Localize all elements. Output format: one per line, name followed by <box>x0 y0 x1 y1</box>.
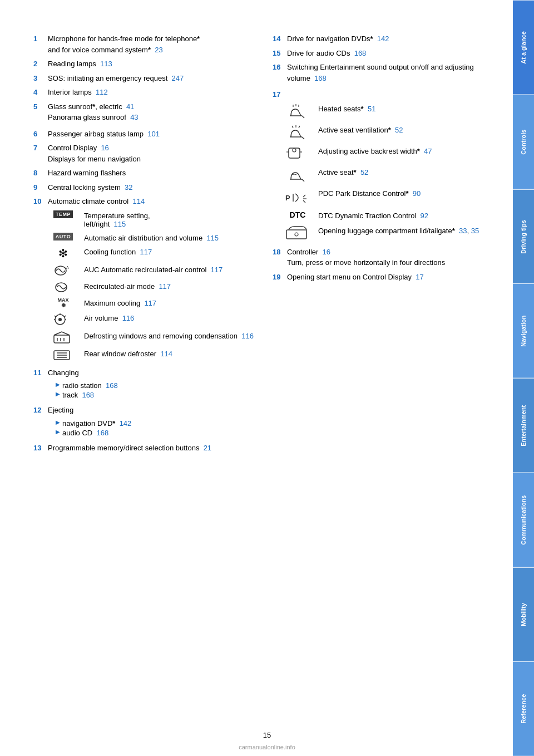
watermark: carmanualonline.info <box>0 744 534 750</box>
link-temp[interactable]: 115 <box>113 220 126 228</box>
svg-rect-10 <box>54 335 70 343</box>
entry-text-12: Ejecting <box>48 405 256 416</box>
entry-text-11: Changing <box>48 367 256 379</box>
icon-pdc: P PDC Park Distance Control* 90 <box>273 188 495 205</box>
recirc-desc: Recirculated-air mode 117 <box>84 281 256 291</box>
link-13[interactable]: 21 <box>204 444 211 452</box>
entry-4: 4 Interior lamps 112 <box>33 87 256 98</box>
link-3[interactable]: 247 <box>172 74 184 82</box>
entry-num-12: 12 <box>33 405 44 416</box>
svg-point-4 <box>58 318 62 321</box>
link-15[interactable]: 168 <box>354 49 367 57</box>
bullet-track-text: track 168 <box>62 391 94 399</box>
defrost-front-icon <box>48 331 78 344</box>
defrost-front-desc: Defrosting windows and removing condensa… <box>84 331 256 340</box>
sidebar-tab-entertainment[interactable]: Entertainment <box>513 378 534 473</box>
entry-text-16: Switching Entertainment sound output on/… <box>287 62 495 84</box>
recirc-icon <box>48 281 78 293</box>
link-navdvd[interactable]: 142 <box>120 419 132 428</box>
link-4[interactable]: 112 <box>96 88 108 96</box>
link-heated-seat[interactable]: 51 <box>368 105 375 113</box>
link-audiocd[interactable]: 168 <box>96 429 108 437</box>
link-6[interactable]: 101 <box>147 130 160 138</box>
triangle-icon-dvd: ▶ <box>56 419 60 425</box>
link-5[interactable]: 41 <box>126 102 134 111</box>
bullet-radio-text: radio station 168 <box>62 381 118 390</box>
link-radio[interactable]: 168 <box>106 381 118 390</box>
bullet-audio-cd: ▶ audio CD 168 <box>33 429 256 437</box>
link-1[interactable]: 23 <box>155 46 162 54</box>
entry-num-18: 18 <box>273 247 284 268</box>
triangle-icon-cd: ▶ <box>56 429 60 435</box>
svg-line-21 <box>292 126 293 128</box>
link-5b[interactable]: 43 <box>130 113 138 121</box>
entry-1: 1 Microphone for hands-free mode for tel… <box>33 33 256 55</box>
link-trunk-2[interactable]: 35 <box>471 227 479 235</box>
link-dtc[interactable]: 92 <box>421 212 428 220</box>
trunk-desc: Opening luggage compartment lid/tailgate… <box>318 225 495 235</box>
sidebar-tab-at-a-glance[interactable]: At a glance <box>513 0 534 95</box>
link-19[interactable]: 17 <box>416 273 423 281</box>
icon-backrest: Adjusting active backrest width* 47 <box>273 146 495 161</box>
icon-defrost-front: Defrosting windows and removing condensa… <box>33 331 256 344</box>
sidebar-tab-controls[interactable]: Controls <box>513 95 534 189</box>
entry-text-9: Central locking system 32 <box>48 182 256 193</box>
auc-svg: A <box>53 264 74 277</box>
link-14[interactable]: 142 <box>377 35 389 43</box>
link-cooling[interactable]: 117 <box>140 248 152 256</box>
seat-vent-icon <box>284 125 312 140</box>
entry-17-header: 17 <box>273 89 495 100</box>
sidebar-tab-reference[interactable]: Reference <box>513 661 534 756</box>
svg-line-30 <box>303 195 305 197</box>
link-10[interactable]: 114 <box>132 197 145 205</box>
entry-8: 8 Hazard warning flashers <box>33 168 256 179</box>
sidebar-tab-driving-tips[interactable]: Driving tips <box>513 189 534 284</box>
link-7[interactable]: 16 <box>101 144 108 152</box>
airvolume-icon <box>48 313 78 326</box>
link-defrost-front[interactable]: 116 <box>241 332 254 340</box>
svg-line-23 <box>299 126 300 128</box>
pdc-desc: PDC Park Distance Control* 90 <box>318 188 495 198</box>
link-9[interactable]: 32 <box>125 183 132 192</box>
link-auto[interactable]: 115 <box>206 234 219 242</box>
link-max[interactable]: 117 <box>144 299 156 307</box>
icon-defrost-rear: Rear window defroster 114 <box>33 348 256 362</box>
pdc-svg: P <box>285 188 310 205</box>
sidebar-tab-mobility[interactable]: Mobility <box>513 567 534 662</box>
icon-recirc: Recirculated-air mode 117 <box>33 281 256 293</box>
link-18[interactable]: 16 <box>323 248 330 256</box>
sidebar-tab-communications[interactable]: Communications <box>513 473 534 567</box>
seat-vent-svg <box>286 125 309 140</box>
entry-text-17 <box>287 89 495 100</box>
entry-text-19: Opening start menu on Control Display 17 <box>287 272 495 283</box>
link-recirc[interactable]: 117 <box>159 282 171 291</box>
entry-num-1: 1 <box>33 33 44 55</box>
defrost-rear-icon <box>48 348 78 362</box>
link-16[interactable]: 168 <box>314 74 327 82</box>
entry-11: 11 Changing <box>33 367 256 379</box>
link-track[interactable]: 168 <box>82 391 94 399</box>
link-active-seat[interactable]: 52 <box>360 168 368 176</box>
link-backrest[interactable]: 47 <box>424 147 432 155</box>
temp-desc: Temperature setting,left/right 115 <box>84 210 256 228</box>
defrost-front-svg <box>53 331 74 344</box>
active-seat-desc: Active seat* 52 <box>318 167 495 176</box>
auto-desc: Automatic air distribution and volume 11… <box>84 233 256 242</box>
main-content: 1 Microphone for hands-free mode for tel… <box>0 0 512 756</box>
link-2[interactable]: 113 <box>100 60 112 68</box>
entry-2: 2 Reading lamps 113 <box>33 58 256 70</box>
entry-18: 18 Controller 16 Turn, press or move hor… <box>273 247 495 268</box>
entry-text-7: Control Display 16 Displays for menu nav… <box>48 143 256 164</box>
link-trunk-1[interactable]: 33 <box>459 227 467 235</box>
sidebar-tab-navigation[interactable]: Navigation <box>513 283 534 378</box>
entry-15: 15 Drive for audio CDs 168 <box>273 48 495 59</box>
seat-heat-svg <box>286 104 309 119</box>
link-auc[interactable]: 117 <box>211 266 223 274</box>
link-airvolume[interactable]: 116 <box>122 314 135 322</box>
link-seat-vent[interactable]: 52 <box>395 126 403 134</box>
seat-vent-desc: Active seat ventilation* 52 <box>318 125 495 134</box>
link-pdc[interactable]: 90 <box>413 189 421 198</box>
bullet-audio-cd-text: audio CD 168 <box>62 429 108 437</box>
left-column: 1 Microphone for hands-free mode for tel… <box>33 33 256 734</box>
link-defrost-rear[interactable]: 114 <box>160 350 172 358</box>
